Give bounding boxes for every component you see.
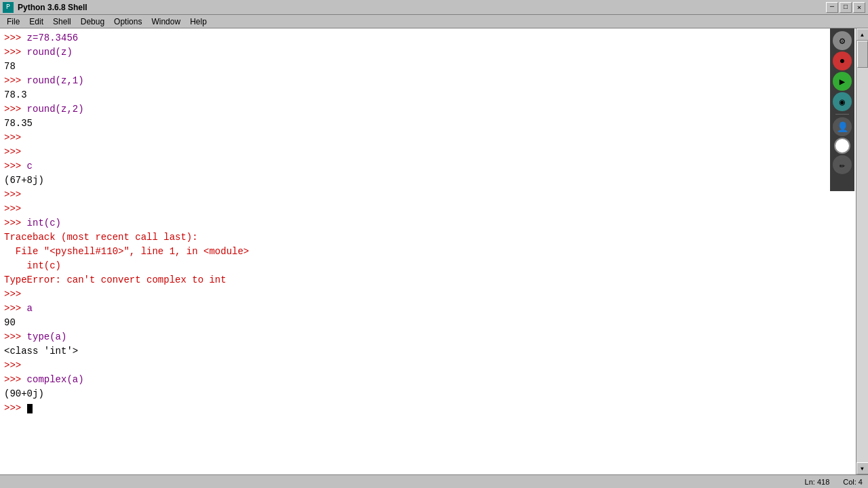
shell-error: int(c) — [4, 259, 852, 273]
shell-line: >>> — [4, 359, 852, 373]
scroll-up-button[interactable]: ▲ — [856, 28, 869, 41]
title-bar: P Python 3.6.8 Shell ─ □ ✕ — [0, 0, 868, 15]
menu-item-debug[interactable]: Debug — [77, 16, 108, 28]
pen-button[interactable]: ✏ — [833, 155, 852, 174]
shell-line: >>> complex(a) — [4, 373, 852, 387]
screen-button[interactable]: ◉ — [833, 92, 852, 111]
window-controls: ─ □ ✕ — [826, 2, 865, 13]
shell-code: round(z,1) — [27, 75, 84, 86]
shell-result: <class 'int'> — [4, 344, 852, 359]
shell-line: >>> — [4, 202, 852, 216]
shell-prompt: >>> — [4, 289, 27, 300]
shell-prompt: >>> — [4, 374, 27, 385]
shell-prompt: >>> — [4, 360, 27, 371]
shell-line: >>> — [4, 188, 852, 202]
shell-prompt: >>> — [4, 189, 27, 200]
shell-line: >>> — [4, 287, 852, 302]
shell-prompt: >>> — [4, 146, 27, 157]
shell-active-prompt: >>> — [4, 403, 27, 413]
shell-error: File "<pyshell#110>", line 1, in <module… — [4, 245, 852, 259]
minimize-button[interactable]: ─ — [826, 2, 838, 13]
toolbar-divider — [835, 114, 849, 115]
shell-code: round(z,2) — [27, 104, 84, 115]
shell-prompt: >>> — [4, 203, 27, 214]
shell-code: int(c) — [27, 218, 61, 228]
shell-prompt: >>> — [4, 303, 27, 314]
video-button[interactable]: ▶ — [833, 72, 852, 91]
circle-button[interactable] — [834, 138, 850, 154]
shell-result: 90 — [4, 316, 852, 330]
shell-error: TypeError: can't convert complex to int — [4, 273, 852, 287]
settings-button[interactable]: ⚙ — [833, 31, 852, 50]
window-title: Python 3.6.8 Shell — [18, 3, 87, 12]
shell-line: >>> round(z) — [4, 45, 852, 60]
shell-prompt: >>> — [4, 33, 27, 43]
shell-prompt: >>> — [4, 75, 27, 86]
shell-cursor — [27, 404, 33, 413]
status-bar: Ln: 418 Col: 4 — [0, 474, 868, 488]
shell-prompt: >>> — [4, 161, 27, 171]
shell-line: >>> type(a) — [4, 330, 852, 344]
app-icon: P — [3, 2, 14, 13]
shell-container: >>> z=78.3456>>> round(z)78>>> round(z,1… — [0, 28, 868, 474]
shell-line: >>> int(c) — [4, 216, 852, 230]
shell-result: (90+0j) — [4, 387, 852, 401]
menu-item-edit[interactable]: Edit — [25, 16, 47, 28]
right-toolbar: ⚙●▶◉👤✏ — [830, 28, 854, 191]
record-button[interactable]: ● — [833, 52, 852, 70]
shell-line: >>> round(z,1) — [4, 74, 852, 88]
scroll-thumb[interactable] — [857, 41, 868, 68]
close-button[interactable]: ✕ — [853, 2, 865, 13]
shell-line: >>> — [4, 401, 852, 415]
shell-line: >>> round(z,2) — [4, 102, 852, 117]
shell-line: >>> — [4, 145, 852, 159]
menu-item-file[interactable]: File — [3, 16, 24, 28]
scroll-down-button[interactable]: ▼ — [856, 462, 869, 474]
shell-content[interactable]: >>> z=78.3456>>> round(z)78>>> round(z,1… — [0, 28, 856, 474]
shell-code: type(a) — [27, 331, 67, 342]
person-button[interactable]: 👤 — [833, 117, 852, 136]
shell-line: >>> c — [4, 159, 852, 174]
shell-output: >>> z=78.3456>>> round(z)78>>> round(z,1… — [0, 31, 856, 415]
shell-result: 78.3 — [4, 88, 852, 102]
menu-item-options[interactable]: Options — [110, 16, 146, 28]
shell-code: complex(a) — [27, 374, 84, 385]
shell-prompt: >>> — [4, 331, 27, 342]
line-number: Ln: 418 — [805, 478, 830, 486]
shell-result: (67+8j) — [4, 174, 852, 188]
menu-item-shell[interactable]: Shell — [49, 16, 75, 28]
shell-line: >>> z=78.3456 — [4, 31, 852, 45]
maximize-button[interactable]: □ — [840, 2, 852, 13]
menu-item-help[interactable]: Help — [186, 16, 211, 28]
shell-code: round(z) — [27, 47, 73, 58]
shell-line: >>> a — [4, 302, 852, 316]
menu-item-window[interactable]: Window — [147, 16, 184, 28]
shell-prompt: >>> — [4, 132, 27, 143]
shell-prompt: >>> — [4, 47, 27, 58]
scroll-track[interactable] — [856, 41, 868, 462]
shell-result: 78.35 — [4, 117, 852, 131]
shell-code: a — [27, 303, 33, 314]
shell-prompt: >>> — [4, 218, 27, 228]
shell-result: 78 — [4, 60, 852, 74]
shell-code: c — [27, 161, 33, 171]
shell-error: Traceback (most recent call last): — [4, 230, 852, 245]
scrollbar[interactable]: ▲ ▼ — [856, 28, 868, 474]
shell-prompt: >>> — [4, 104, 27, 115]
menu-bar: FileEditShellDebugOptionsWindowHelp — [0, 15, 868, 28]
col-number: Col: 4 — [843, 478, 863, 486]
shell-code: z=78.3456 — [27, 33, 79, 43]
shell-line: >>> — [4, 131, 852, 145]
